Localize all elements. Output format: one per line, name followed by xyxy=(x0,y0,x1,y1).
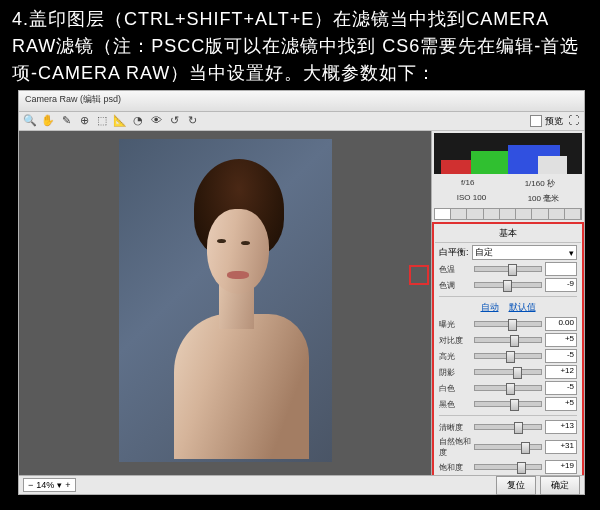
chevron-down-icon: ▾ xyxy=(569,248,574,258)
slider-value[interactable]: +5 xyxy=(545,397,577,411)
slider-thumb[interactable] xyxy=(508,264,517,276)
camera-raw-window: Camera Raw (编辑 psd) 🔍 ✋ ✎ ⊕ ⬚ 📐 ◔ 👁 ↺ ↻ … xyxy=(18,90,585,495)
chevron-down-icon: ▾ xyxy=(57,480,62,490)
slider-value[interactable]: -9 xyxy=(545,278,577,292)
slider-label: 阴影 xyxy=(439,367,471,378)
slider-label: 饱和度 xyxy=(439,462,471,473)
slider-thumb[interactable] xyxy=(513,367,522,379)
rotate-right-icon[interactable]: ↻ xyxy=(185,114,199,128)
tab-preset[interactable] xyxy=(565,209,581,219)
straighten-icon[interactable]: 📐 xyxy=(113,114,127,128)
slider-track[interactable] xyxy=(474,337,542,343)
crop-icon[interactable]: ⬚ xyxy=(95,114,109,128)
instruction-text: 4.盖印图层（CTRL+SHIFT+ALT+E）在滤镜当中找到CAMERA RA… xyxy=(0,0,600,93)
slider-value[interactable]: +5 xyxy=(545,333,577,347)
slider-label: 曝光 xyxy=(439,319,471,330)
slider-track[interactable] xyxy=(474,353,542,359)
plus-icon[interactable]: + xyxy=(65,480,70,490)
default-link[interactable]: 默认值 xyxy=(509,301,536,314)
image-preview[interactable] xyxy=(119,139,332,462)
auto-link[interactable]: 自动 xyxy=(481,301,499,314)
canvas-area xyxy=(19,131,432,481)
histogram xyxy=(434,133,582,174)
slider-row: 对比度+5 xyxy=(439,333,577,347)
slider-value[interactable]: 0.00 xyxy=(545,317,577,331)
fullscreen-icon[interactable]: ⛶ xyxy=(566,114,580,128)
slider-label: 白色 xyxy=(439,383,471,394)
slider-track[interactable] xyxy=(474,321,542,327)
slider-value[interactable]: -5 xyxy=(545,381,577,395)
titlebar: Camera Raw (编辑 psd) xyxy=(19,91,584,112)
tab-split[interactable] xyxy=(500,209,516,219)
redeye-icon[interactable]: 👁 xyxy=(149,114,163,128)
spot-icon[interactable]: ◔ xyxy=(131,114,145,128)
slider-thumb[interactable] xyxy=(506,351,515,363)
rotate-left-icon[interactable]: ↺ xyxy=(167,114,181,128)
slider-thumb[interactable] xyxy=(503,280,512,292)
slider-track[interactable] xyxy=(474,282,542,288)
slider-thumb[interactable] xyxy=(506,383,515,395)
slider-label: 清晰度 xyxy=(439,422,471,433)
slider-value[interactable]: +19 xyxy=(545,460,577,474)
slider-track[interactable] xyxy=(474,424,542,430)
minus-icon[interactable]: − xyxy=(28,480,33,490)
slider-thumb[interactable] xyxy=(510,335,519,347)
slider-thumb[interactable] xyxy=(517,462,526,474)
slider-row: 黑色+5 xyxy=(439,397,577,411)
hand-icon[interactable]: ✋ xyxy=(41,114,55,128)
slider-track[interactable] xyxy=(474,385,542,391)
camera-info-2: ISO 100100 毫米 xyxy=(432,191,584,206)
slider-label: 自然饱和度 xyxy=(439,436,471,458)
slider-row: 清晰度+13 xyxy=(439,420,577,434)
slider-value[interactable]: +13 xyxy=(545,420,577,434)
tab-fx[interactable] xyxy=(532,209,548,219)
tab-curve[interactable] xyxy=(451,209,467,219)
slider-label: 黑色 xyxy=(439,399,471,410)
slider-thumb[interactable] xyxy=(521,442,530,454)
slider-row: 白色-5 xyxy=(439,381,577,395)
reset-button[interactable]: 复位 xyxy=(496,476,536,495)
ok-button[interactable]: 确定 xyxy=(540,476,580,495)
slider-value[interactable]: +12 xyxy=(545,365,577,379)
slider-row: 色温 xyxy=(439,262,577,276)
tab-hsl[interactable] xyxy=(484,209,500,219)
slider-label: 色调 xyxy=(439,280,471,291)
slider-track[interactable] xyxy=(474,444,542,450)
slider-track[interactable] xyxy=(474,369,542,375)
slider-thumb[interactable] xyxy=(510,399,519,411)
bottom-bar: − 14% ▾ + 复位 确定 xyxy=(19,475,584,494)
slider-track[interactable] xyxy=(474,266,542,272)
highlight-box: 基本 白平衡: 自定▾ 色温色调-9 自动 默认值 曝光0.00对比度+5高光- xyxy=(432,222,584,481)
eyedropper-icon[interactable]: ✎ xyxy=(59,114,73,128)
tab-highlight xyxy=(409,265,429,285)
slider-row: 阴影+12 xyxy=(439,365,577,379)
slider-row: 高光-5 xyxy=(439,349,577,363)
slider-track[interactable] xyxy=(474,464,542,470)
slider-row: 曝光0.00 xyxy=(439,317,577,331)
preview-checkbox[interactable] xyxy=(530,115,542,127)
slider-label: 色温 xyxy=(439,264,471,275)
slider-value[interactable] xyxy=(545,262,577,276)
slider-value[interactable]: +31 xyxy=(545,440,577,454)
slider-track[interactable] xyxy=(474,401,542,407)
zoom-selector[interactable]: − 14% ▾ + xyxy=(23,478,76,492)
tab-lens[interactable] xyxy=(516,209,532,219)
tab-basic[interactable] xyxy=(435,209,451,219)
panel-tabs xyxy=(434,208,582,220)
tab-cal[interactable] xyxy=(549,209,565,219)
sampler-icon[interactable]: ⊕ xyxy=(77,114,91,128)
slider-row: 色调-9 xyxy=(439,278,577,292)
basic-heading: 基本 xyxy=(435,225,581,243)
slider-label: 对比度 xyxy=(439,335,471,346)
slider-label: 高光 xyxy=(439,351,471,362)
wb-dropdown[interactable]: 自定▾ xyxy=(472,245,577,260)
slider-thumb[interactable] xyxy=(508,319,517,331)
preview-label: 预览 xyxy=(545,115,563,128)
tab-detail[interactable] xyxy=(467,209,483,219)
slider-thumb[interactable] xyxy=(514,422,523,434)
slider-value[interactable]: -5 xyxy=(545,349,577,363)
zoom-icon[interactable]: 🔍 xyxy=(23,114,37,128)
slider-row: 饱和度+19 xyxy=(439,460,577,474)
camera-info: f/161/160 秒 xyxy=(432,176,584,191)
adjustment-panel: f/161/160 秒 ISO 100100 毫米 基本 xyxy=(432,131,584,481)
